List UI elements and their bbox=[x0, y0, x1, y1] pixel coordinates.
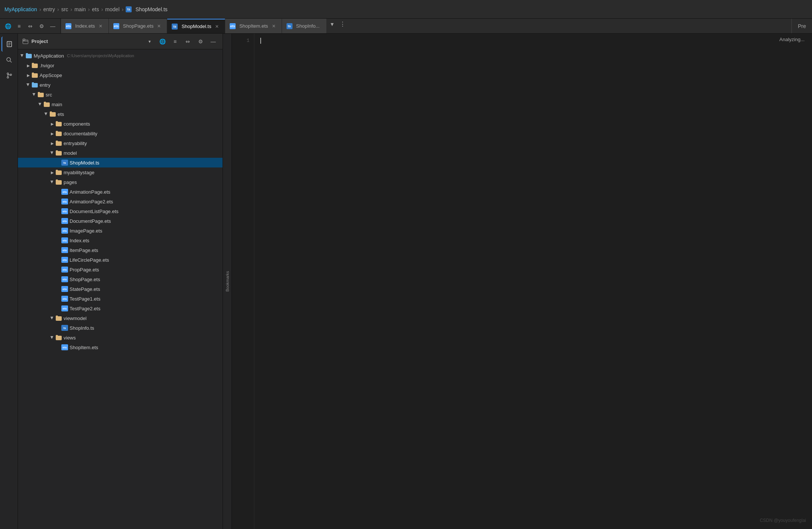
tree-item-imagepage[interactable]: ▶ ets ImagePage.ets bbox=[18, 226, 223, 236]
search-icon bbox=[5, 56, 13, 64]
tree-item-myapplication[interactable]: ▶ MyApplication C:\Users\amy\projects\My… bbox=[18, 51, 223, 61]
panel-settings-btn[interactable]: ⚙ bbox=[196, 37, 205, 46]
sidebar-search-btn[interactable] bbox=[1, 52, 16, 67]
tab-close-shoppage[interactable]: ✕ bbox=[156, 23, 162, 30]
tree-item-model[interactable]: ▶ model bbox=[18, 148, 223, 158]
tab-shopitem-ets[interactable]: ets ShopItem.ets ✕ bbox=[225, 19, 282, 33]
tree-label-lifecirclepage: LifeCirclePage.ets bbox=[70, 257, 109, 263]
tree-item-viewmodel[interactable]: ▶ viewmodel bbox=[18, 313, 223, 323]
panel-globe-btn[interactable]: 🌐 bbox=[157, 37, 167, 46]
tree-label-imagepage: ImagePage.ets bbox=[70, 228, 102, 234]
tree-item-index-ets[interactable]: ▶ ets Index.ets bbox=[18, 236, 223, 245]
more-icon: ⋮ bbox=[340, 21, 346, 28]
tab-close-shopmodel[interactable]: ✕ bbox=[214, 23, 220, 30]
tree-item-entryability[interactable]: ▶ entryability bbox=[18, 138, 223, 148]
breadcrumb-ets[interactable]: ets bbox=[92, 6, 99, 12]
tab-shopmodel-ts[interactable]: ts ShopModel.ts ✕ bbox=[167, 19, 225, 33]
arrow-ets: ▶ bbox=[43, 111, 49, 117]
tree-label-documentability: documentability bbox=[64, 131, 97, 136]
panel-split-btn[interactable]: ⇔ bbox=[183, 37, 193, 46]
tab-icon-shopitem: ets bbox=[230, 23, 236, 29]
panel-dropdown-btn[interactable]: ▾ bbox=[145, 37, 154, 46]
tab-list: ets Index.ets ✕ ets ShopPage.ets ✕ ts Sh… bbox=[61, 19, 791, 33]
panel-align-btn[interactable]: ≡ bbox=[170, 37, 180, 46]
tree-label-statepage: StatePage.ets bbox=[70, 286, 100, 292]
tree-item-shoppage-file[interactable]: ▶ ets ShopPage.ets bbox=[18, 274, 223, 284]
tree-item-shopitem-file[interactable]: ▶ ets ShopItem.ets bbox=[18, 342, 223, 352]
folder-icon-myabilitystage bbox=[55, 170, 62, 175]
tree-item-views[interactable]: ▶ views bbox=[18, 333, 223, 342]
tree-item-testpage2[interactable]: ▶ ets TestPage2.ets bbox=[18, 304, 223, 313]
breadcrumb-sep-1: › bbox=[39, 6, 41, 12]
toolbar-align-btn[interactable]: ≡ bbox=[14, 21, 24, 31]
tab-close-index[interactable]: ✕ bbox=[97, 23, 104, 30]
tree-item-documentlistpage[interactable]: ▶ ets DocumentListPage.ets bbox=[18, 206, 223, 216]
tab-overflow-btn[interactable]: ▾ bbox=[327, 19, 337, 29]
tree-item-src[interactable]: ▶ src bbox=[18, 90, 223, 99]
tree-item-documentability[interactable]: ▶ documentability bbox=[18, 129, 223, 138]
breadcrumb-main[interactable]: main bbox=[74, 6, 86, 12]
file-icon-imagepage: ets bbox=[61, 228, 68, 234]
sidebar-explorer-btn[interactable] bbox=[1, 37, 16, 52]
tree-item-itempage[interactable]: ▶ ets ItemPage.ets bbox=[18, 245, 223, 255]
tree-item-components[interactable]: ▶ components bbox=[18, 119, 223, 129]
toolbar-settings-btn[interactable]: ⚙ bbox=[37, 21, 46, 31]
tree-item-proppage[interactable]: ▶ ets PropPage.ets bbox=[18, 265, 223, 274]
sidebar-git-btn[interactable] bbox=[1, 68, 16, 83]
tree-item-entry[interactable]: ▶ entry bbox=[18, 80, 223, 90]
code-editor[interactable] bbox=[254, 34, 812, 529]
arrow-myabilitystage: ▶ bbox=[49, 169, 55, 175]
breadcrumb-entry[interactable]: entry bbox=[43, 6, 55, 12]
folder-icon-src bbox=[37, 92, 44, 97]
arrow-documentability: ▶ bbox=[49, 130, 55, 136]
bookmarks-sidebar[interactable]: Bookmarks bbox=[223, 34, 232, 529]
editor-area: 1 Analyzing... CSDN @youyoufenglai bbox=[232, 34, 812, 529]
panel-title: Project bbox=[31, 39, 142, 44]
tab-shopinfo[interactable]: ts ShopInfo... bbox=[282, 19, 327, 33]
tree-item-ets[interactable]: ▶ ets bbox=[18, 109, 223, 119]
tree-label-appscope: AppScope bbox=[40, 73, 62, 78]
tree-item-shopmodel-ts[interactable]: ▶ ts ShopModel.ts bbox=[18, 158, 223, 167]
tree-path-myapplication: C:\Users\amy\projects\MyApplication bbox=[67, 53, 134, 58]
arrow-pages: ▶ bbox=[49, 179, 55, 185]
panel-toolbar: 🌐 ≡ ⇔ ⚙ — bbox=[0, 19, 61, 33]
tab-more-btn[interactable]: ⋮ bbox=[337, 19, 348, 29]
tree-item-statepage[interactable]: ▶ ets StatePage.ets bbox=[18, 284, 223, 294]
tree-item-appscope[interactable]: ▶ AppScope bbox=[18, 70, 223, 80]
tree-item-testpage1[interactable]: ▶ ets TestPage1.ets bbox=[18, 294, 223, 304]
breadcrumb-model[interactable]: model bbox=[105, 6, 119, 12]
tab-close-shopitem[interactable]: ✕ bbox=[270, 23, 277, 30]
tree-item-shopinfo-ts[interactable]: ▶ ts ShopInfo.ts bbox=[18, 323, 223, 333]
toolbar-split-btn[interactable]: ⇔ bbox=[25, 21, 35, 31]
tree-item-myabilitystage[interactable]: ▶ myabilitystage bbox=[18, 167, 223, 177]
toolbar-globe-btn[interactable]: 🌐 bbox=[3, 21, 13, 31]
tree-label-pages: pages bbox=[64, 179, 77, 185]
editor-content[interactable]: 1 Analyzing... CSDN @youyoufenglai bbox=[232, 34, 812, 529]
tree-item-pages[interactable]: ▶ pages bbox=[18, 177, 223, 187]
arrow-appscope: ▶ bbox=[25, 72, 31, 78]
file-icon-proppage: ets bbox=[61, 267, 68, 273]
tree-item-hvigor[interactable]: ▶ .hvigor bbox=[18, 61, 223, 70]
tree-item-main[interactable]: ▶ main bbox=[18, 99, 223, 109]
tree-item-lifecirclepage[interactable]: ▶ ets LifeCirclePage.ets bbox=[18, 255, 223, 265]
tree-item-animationpage[interactable]: ▶ ets AnimationPage.ets bbox=[18, 187, 223, 197]
tree-item-animationpage2[interactable]: ▶ ets AnimationPage2.ets bbox=[18, 197, 223, 206]
tree-label-myabilitystage: myabilitystage bbox=[64, 170, 94, 175]
toolbar-minus-btn[interactable]: — bbox=[48, 21, 58, 31]
arrow-entryability: ▶ bbox=[49, 140, 55, 146]
line-number-1: 1 bbox=[232, 37, 254, 45]
pre-text: Pre bbox=[798, 23, 806, 29]
tree-label-index: Index.ets bbox=[70, 238, 89, 243]
tree-item-documentpage[interactable]: ▶ ets DocumentPage.ets bbox=[18, 216, 223, 226]
tree-label-ets: ets bbox=[58, 111, 64, 117]
breadcrumb-app[interactable]: MyApplication bbox=[4, 6, 37, 12]
tab-index-ets[interactable]: ets Index.ets ✕ bbox=[61, 19, 109, 33]
folder-icon-views bbox=[55, 335, 62, 340]
arrow-entry: ▶ bbox=[25, 82, 31, 88]
panel-minimize-btn[interactable]: — bbox=[208, 37, 218, 46]
tab-shoppage-ets[interactable]: ets ShopPage.ets ✕ bbox=[109, 19, 168, 33]
breadcrumb-sep-6: › bbox=[122, 6, 124, 12]
breadcrumb-sep-2: › bbox=[57, 6, 59, 12]
folder-icon-viewmodel bbox=[55, 316, 62, 321]
breadcrumb-src[interactable]: src bbox=[61, 6, 68, 12]
